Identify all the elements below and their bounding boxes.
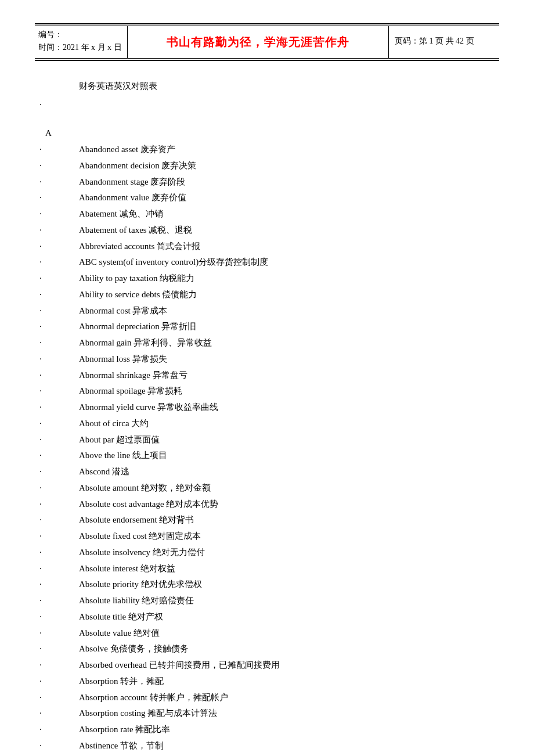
header-left-cell: 编号： 时间：2021 年 x 月 x 日 [35,26,128,58]
glossary-term: About of circa 大约 [79,416,149,432]
glossary-entry: ·Abstinence 节欲，节制 [79,738,493,754]
bullet-icon: · [39,738,79,754]
bullet-icon: · [39,303,79,319]
bullet-icon: · [39,319,79,335]
glossary-entry: ·Absorption rate 摊配比率 [79,722,493,738]
document-page: 编号： 时间：2021 年 x 月 x 日 书山有路勤为径，学海无涯苦作舟 页码… [0,0,534,756]
glossary-term: ABC system(of inventory control)分级存货控制制度 [79,254,268,271]
glossary-entry: ·Absolute amount 绝对数，绝对金额 [79,480,493,496]
header-page-label: 页码：第 1 页 共 42 页 [389,26,499,58]
bullet-icon: · [39,383,79,399]
glossary-entry: ·Abandonment stage 废弃阶段 [79,174,493,190]
glossary-term: Absolve 免偿债务，接触债务 [79,641,189,657]
glossary-term: Abandonment decision 废弃决策 [79,158,196,174]
glossary-term: Ability to service debts 偿债能力 [79,287,197,303]
bullet-icon: · [39,722,79,738]
glossary-term: Abatement 减免、冲销 [79,206,163,222]
glossary-entry: ·About par 超过票面值 [79,432,493,448]
bullet-icon: · [39,674,79,690]
glossary-term: Absolute priority 绝对优先求偿权 [79,577,202,593]
glossary-term: Abandonment value 废弃价值 [79,190,186,206]
glossary-entry: ·Abatement 减免、冲销 [79,206,493,222]
glossary-entry: ·Absolute interest 绝对权益 [79,561,493,577]
glossary-term: Above the line 线上项目 [79,448,167,464]
glossary-entry: ·Absolute fixed cost 绝对固定成本 [79,528,493,545]
bullet-icon: · [39,432,79,448]
glossary-entry: ·Absolute value 绝对值 [79,625,493,642]
bullet-icon: · [39,641,79,657]
bullet-icon: · [39,142,79,158]
glossary-term: Absorption account 转并帐户，摊配帐户 [79,690,228,706]
glossary-entry: ·Absolute endorsement 绝对背书 [79,512,493,528]
bullet-icon: · [39,448,79,464]
glossary-term: Absolute amount 绝对数，绝对金额 [79,480,211,496]
glossary-term: Absolute value 绝对值 [79,625,160,642]
bullet-icon: · [39,577,79,593]
glossary-entry: ·Absolute cost advantage 绝对成本优势 [79,496,493,513]
glossary-term: Absorption costing 摊配与成本计算法 [79,705,217,722]
glossary-term: Absolute interest 绝对权益 [79,561,175,577]
document-title: 财务英语英汉对照表 [79,78,493,95]
bullet-icon: · [39,254,79,271]
glossary-entry: ·Absolute liability 绝对赔偿责任 [79,593,493,609]
bullet-icon: · [39,271,79,287]
glossary-entry: ·Absolute priority 绝对优先求偿权 [79,577,493,593]
header-table: 编号： 时间：2021 年 x 月 x 日 书山有路勤为径，学海无涯苦作舟 页码… [35,26,499,59]
bullet-icon: · [39,158,79,174]
glossary-term: Abnormal spoilage 异常损耗 [79,383,182,399]
bullet-icon: · [39,222,79,239]
bullet-icon: · [39,174,79,190]
glossary-term: Abnormal loss 异常损失 [79,351,167,368]
glossary-entry: ·Abnormal yield curve 异常收益率曲线 [79,399,493,416]
glossary-term: Abstinence 节欲，节制 [79,738,164,754]
glossary-term: Absorption 转并，摊配 [79,674,164,690]
glossary-entry: ·Abandonment value 废弃价值 [79,190,493,206]
glossary-entry: ·Absorption costing 摊配与成本计算法 [79,705,493,722]
doc-id-label: 编号： [38,28,124,41]
glossary-entry: ·Abnormal spoilage 异常损耗 [79,383,493,399]
glossary-term: Absorption rate 摊配比率 [79,722,170,738]
bullet-icon: · [39,593,79,609]
glossary-term: Abnormal cost 异常成本 [79,303,167,319]
bullet-icon: · [39,335,79,351]
bullet-icon: · [39,561,79,577]
bullet-icon: · [39,528,79,545]
bullet-icon: · [39,464,79,480]
glossary-term: Abbreviated accounts 简式会计报 [79,239,200,255]
bullet-icon: · [39,190,79,206]
glossary-entry: ·Absolute insolvency 绝对无力偿付 [79,545,493,561]
glossary-entry: ·Absorbed overhead 已转并间接费用，已摊配间接费用 [79,657,493,674]
glossary-term: Abandonment stage 废弃阶段 [79,174,185,190]
glossary-entry: ·Absorption 转并，摊配 [79,674,493,690]
bullet-icon: · [39,399,79,416]
glossary-entry: ·Absolve 免偿债务，接触债务 [79,641,493,657]
glossary-entry: ·Above the line 线上项目 [79,448,493,464]
glossary-entry: ·Abnormal cost 异常成本 [79,303,493,319]
glossary-term: Abnormal depreciation 异常折旧 [79,319,196,335]
bullet-icon: · [39,512,79,528]
header-motto: 书山有路勤为径，学海无涯苦作舟 [128,26,389,58]
leading-bullet: · [39,97,493,113]
section-heading: A [45,125,493,142]
glossary-term: Absolute cost advantage 绝对成本优势 [79,496,218,513]
glossary-term: Absolute liability 绝对赔偿责任 [79,593,194,609]
bullet-icon: · [39,480,79,496]
bullet-icon: · [39,496,79,513]
bullet-icon: · [39,416,79,432]
glossary-term: Abandoned asset 废弃资产 [79,142,175,158]
glossary-term: Abscond 潜逃 [79,464,129,480]
bullet-icon: · [39,545,79,561]
glossary-term: Abnormal gain 异常利得、异常收益 [79,335,212,351]
glossary-entry: ·Abbreviated accounts 简式会计报 [79,239,493,255]
doc-time-label: 时间：2021 年 x 月 x 日 [38,41,124,54]
glossary-entry: ·Abandonment decision 废弃决策 [79,158,493,174]
glossary-term: Abnormal yield curve 异常收益率曲线 [79,399,218,416]
glossary-entry: ·About of circa 大约 [79,416,493,432]
top-double-rule [35,23,499,24]
glossary-term: Absolute endorsement 绝对背书 [79,512,194,528]
bottom-double-rule [35,60,499,61]
glossary-term: Abatement of taxes 减税、退税 [79,222,192,239]
glossary-entry: ·Absolute title 绝对产权 [79,609,493,625]
bullet-icon: · [39,657,79,674]
bullet-icon: · [39,609,79,625]
